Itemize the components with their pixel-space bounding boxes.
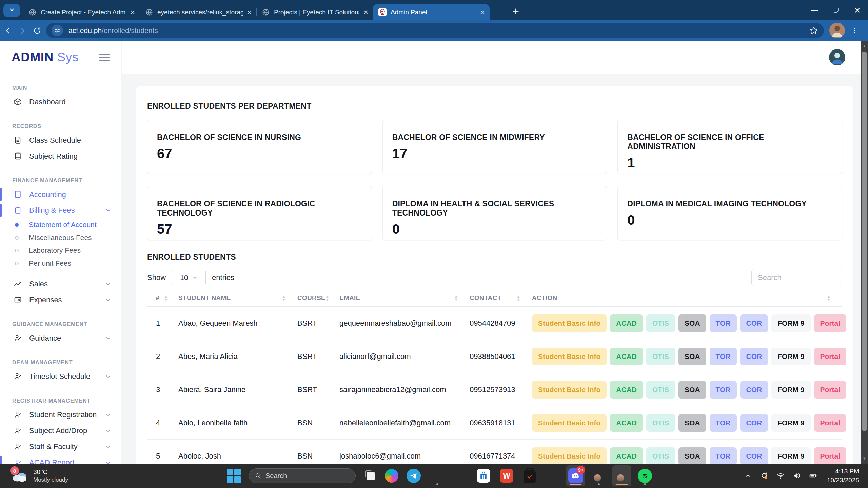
action-button-portal[interactable]: Portal <box>814 414 847 432</box>
action-button-portal[interactable]: Portal <box>814 348 847 365</box>
taskbar-app-security-app[interactable] <box>520 465 539 486</box>
action-button-acad[interactable]: ACAD <box>610 348 643 365</box>
action-button-student-basic-info[interactable]: Student Basic Info <box>532 381 607 399</box>
action-button-otis[interactable]: OTIS <box>646 447 675 464</box>
back-button[interactable] <box>2 25 14 36</box>
action-button-tor[interactable]: TOR <box>710 447 737 464</box>
forward-button[interactable] <box>17 25 28 36</box>
start-button[interactable] <box>226 469 241 483</box>
sidebar-item-staff-faculty[interactable]: Staff & Faculty <box>0 439 121 454</box>
action-button-tor[interactable]: TOR <box>710 414 737 432</box>
taskbar-app-microsoft-store[interactable] <box>474 465 493 486</box>
action-button-acad[interactable]: ACAD <box>610 314 643 332</box>
action-button-soa[interactable]: SOA <box>678 314 706 332</box>
tab-search-button[interactable] <box>3 4 20 17</box>
sidebar-item-timeslot-schedule[interactable]: Timeslot Schedule <box>0 368 121 384</box>
url-bar[interactable]: acf.edu.ph/enrolled/students <box>46 23 824 38</box>
action-button-form-9[interactable]: FORM 9 <box>771 447 810 464</box>
column-header-contact[interactable]: CONTACT▲▼ <box>470 294 532 302</box>
task-view-icon[interactable] <box>364 469 377 482</box>
action-button-portal[interactable]: Portal <box>814 447 847 464</box>
action-button-otis[interactable]: OTIS <box>646 314 675 332</box>
browser-tab-create-project-eyetech-admin[interactable]: Create Project - Eyetech Admin× <box>23 4 140 20</box>
action-button-soa[interactable]: SOA <box>678 381 706 399</box>
sidebar-item-accounting[interactable]: Accounting <box>0 186 121 202</box>
browser-profile-avatar[interactable] <box>829 23 845 38</box>
battery-icon[interactable] <box>809 471 817 480</box>
action-button-acad[interactable]: ACAD <box>610 447 643 464</box>
page-size-select[interactable]: 10 <box>172 270 206 285</box>
taskbar-app-brave[interactable] <box>543 465 562 486</box>
action-button-otis[interactable]: OTIS <box>646 348 675 365</box>
sidebar-item-class-schedule[interactable]: Class Schedule <box>0 132 121 148</box>
bookmark-star-icon[interactable] <box>809 26 818 35</box>
telegram-icon[interactable] <box>407 469 421 483</box>
action-button-soa[interactable]: SOA <box>678 414 706 432</box>
action-button-form-9[interactable]: FORM 9 <box>771 348 810 365</box>
column-header-action[interactable]: ACTION▲▼ <box>532 294 842 302</box>
window-minimize-button[interactable] <box>804 0 825 20</box>
taskbar-app-edge[interactable] <box>451 465 470 486</box>
action-button-student-basic-info[interactable]: Student Basic Info <box>532 447 607 464</box>
sidebar-item-sales[interactable]: Sales <box>0 276 121 292</box>
action-button-tor[interactable]: TOR <box>710 348 737 365</box>
hamburger-menu-icon[interactable] <box>99 54 110 61</box>
action-button-soa[interactable]: SOA <box>678 447 706 464</box>
reload-button[interactable] <box>31 25 43 36</box>
action-button-student-basic-info[interactable]: Student Basic Info <box>532 314 607 332</box>
tray-chevron-up-icon[interactable] <box>744 471 752 480</box>
new-tab-button[interactable]: + <box>509 5 522 18</box>
action-button-tor[interactable]: TOR <box>710 314 737 332</box>
clock[interactable]: 4:13 PM 10/23/2025 <box>827 467 859 484</box>
action-button-cor[interactable]: COR <box>740 447 768 464</box>
browser-tab-admin-panel[interactable]: Admin Panel× <box>373 4 490 20</box>
window-restore-button[interactable] <box>825 0 847 20</box>
onedrive-sync-icon[interactable] <box>760 471 769 480</box>
scroll-down-arrow-icon[interactable]: ▼ <box>863 456 866 460</box>
taskbar-app-chrome-profile-1[interactable] <box>589 465 608 486</box>
sidebar-item-guidance[interactable]: Guidance <box>0 330 121 346</box>
column-header-[interactable]: #▲▼ <box>147 294 178 302</box>
sidebar-item-billing-fees[interactable]: Billing & Fees <box>0 202 121 218</box>
profile-avatar[interactable] <box>829 49 845 65</box>
scrollbar-thumb[interactable] <box>862 52 867 431</box>
tab-close-button[interactable]: × <box>247 8 252 16</box>
tab-close-button[interactable]: × <box>480 8 485 16</box>
action-button-cor[interactable]: COR <box>740 348 768 365</box>
copilot-icon[interactable] <box>385 469 398 483</box>
sidebar-subitem-miscellaneous-fees[interactable]: Miscellaneous Fees <box>0 231 121 244</box>
action-button-portal[interactable]: Portal <box>814 381 847 399</box>
action-button-acad[interactable]: ACAD <box>610 414 643 432</box>
action-button-cor[interactable]: COR <box>740 314 768 332</box>
table-search-input[interactable] <box>751 269 842 286</box>
action-button-portal[interactable]: Portal <box>814 314 847 332</box>
action-button-form-9[interactable]: FORM 9 <box>771 414 810 432</box>
taskbar-app-chrome-profile-2[interactable] <box>612 465 631 486</box>
tab-close-button[interactable]: × <box>130 8 135 16</box>
sidebar-subitem-per-unit-fees[interactable]: Per unit Fees <box>0 257 121 270</box>
taskbar-app-discord[interactable]: 9+ <box>566 465 585 486</box>
action-button-cor[interactable]: COR <box>740 381 768 399</box>
browser-menu-button[interactable] <box>850 25 860 36</box>
action-button-otis[interactable]: OTIS <box>646 414 675 432</box>
sidebar-item-subject-add-drop[interactable]: Subject Add/Drop <box>0 423 121 439</box>
action-button-otis[interactable]: OTIS <box>646 381 675 399</box>
action-button-acad[interactable]: ACAD <box>610 381 643 399</box>
column-header-student-name[interactable]: STUDENT NAME▲▼ <box>178 294 297 302</box>
sidebar-subitem-statement-of-account[interactable]: Statement of Account <box>0 218 121 231</box>
sidebar-item-acad-report[interactable]: ACAD Report <box>0 454 121 464</box>
tab-close-button[interactable]: × <box>363 8 368 16</box>
taskbar-app-spotify[interactable] <box>635 465 654 486</box>
action-button-student-basic-info[interactable]: Student Basic Info <box>532 348 607 365</box>
action-button-soa[interactable]: SOA <box>678 348 706 365</box>
window-close-button[interactable]: × <box>847 0 868 20</box>
wifi-icon[interactable] <box>776 471 785 480</box>
column-header-course[interactable]: COURSE▲▼ <box>297 294 339 302</box>
taskbar-app-file-explorer[interactable] <box>428 465 447 486</box>
action-button-student-basic-info[interactable]: Student Basic Info <box>532 414 607 432</box>
sidebar-item-expenses[interactable]: Expenses <box>0 292 121 308</box>
page-scrollbar[interactable]: ▲ ▼ <box>861 41 868 464</box>
browser-tab-eyetech-services-relink-storage[interactable]: eyetech.services/relink_storage× <box>140 4 256 20</box>
browser-tab-projects-eyetech-it-solutions[interactable]: Projects | Eyetech IT Solutions× <box>256 4 373 20</box>
sidebar-item-subject-rating[interactable]: Subject Rating <box>0 148 121 164</box>
